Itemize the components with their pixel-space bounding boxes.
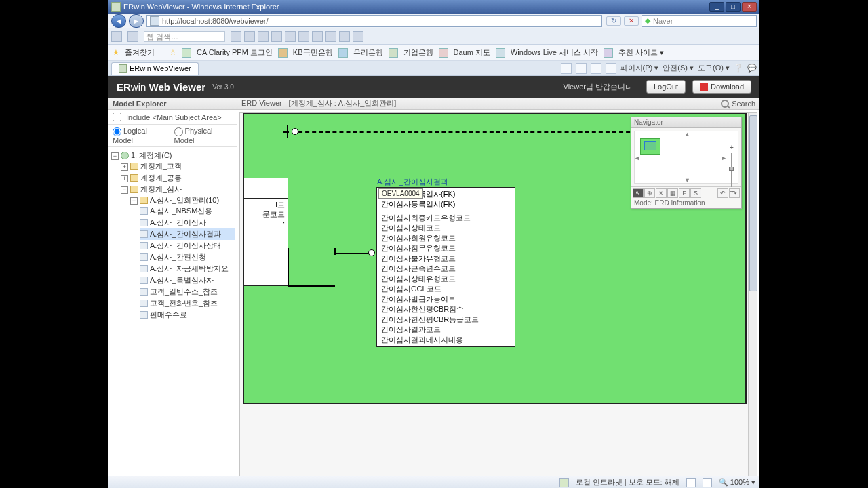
expand-icon[interactable]: +	[121, 163, 128, 171]
bookmark-item[interactable]: Daum 지도	[454, 47, 490, 58]
tree-label: A.심사_입회관리(10)	[150, 196, 219, 204]
print-icon[interactable]	[606, 63, 616, 74]
nav-tool-f[interactable]: F	[679, 188, 690, 198]
minimize-button[interactable]: _	[709, 2, 724, 12]
nav-tool-pointer[interactable]: ↖	[633, 188, 644, 198]
nav-up-icon[interactable]: ▲	[684, 131, 690, 138]
erd-viewport[interactable]: I드 문코드 :	[239, 112, 757, 488]
tool-icon[interactable]	[271, 31, 282, 42]
zoom-slider[interactable]: + −	[729, 146, 734, 194]
tree-leaf[interactable]: A.심사_NBSM신용	[140, 205, 235, 217]
tree-leaf[interactable]: A.심사_특별심사자	[140, 274, 235, 286]
entity-box-partial[interactable]: I드 문코드 :	[244, 178, 288, 286]
include-option[interactable]: Include <Main Subject Area>	[108, 110, 237, 125]
safety-menu[interactable]: 안전(S) ▾	[663, 63, 694, 73]
logical-radio[interactable]	[113, 127, 121, 136]
tool-icon[interactable]	[111, 31, 122, 42]
nav-right-icon[interactable]: ►	[721, 155, 727, 161]
model-tree[interactable]: −1. 계정계(C) +계정계_고객 +계정계_공통 −계정계_심사 −A.심사…	[108, 147, 237, 488]
dev-icon[interactable]: 💬	[747, 64, 757, 73]
collapse-icon[interactable]: −	[111, 152, 119, 160]
browser-tab[interactable]: ERwin WebViewer	[111, 62, 199, 75]
maximize-button[interactable]: □	[726, 2, 741, 12]
tree-item[interactable]: −계정계_심사 −A.심사_입회관리(10) A.심사_NBSM신용A.심사_간…	[121, 184, 235, 322]
tool-icon[interactable]	[298, 31, 309, 42]
physical-option[interactable]: Physical Model	[174, 127, 233, 144]
stop-button[interactable]: ✕	[624, 16, 639, 26]
logical-option[interactable]: Logical Model	[113, 127, 167, 144]
collapse-icon[interactable]: −	[121, 186, 128, 194]
tree-leaf[interactable]: 고객_일반주소_참조	[140, 286, 235, 298]
close-button[interactable]: ×	[742, 2, 757, 12]
tool-icon[interactable]	[312, 31, 323, 42]
tool-icon[interactable]	[326, 31, 336, 42]
tree-item[interactable]: +계정계_공통	[121, 172, 235, 184]
bookmark-item[interactable]: 기업은행	[403, 47, 433, 58]
status-icon[interactable]	[703, 478, 712, 487]
tree-leaf[interactable]: A.심사_간편신청	[140, 251, 235, 263]
slider-knob[interactable]	[729, 167, 734, 171]
tools-menu[interactable]: 도구(O) ▾	[698, 63, 730, 73]
minimap-viewport[interactable]	[644, 141, 656, 150]
tool-icon[interactable]	[258, 31, 269, 42]
nav-tool-undo[interactable]: ↶	[717, 188, 728, 198]
tool-search-input[interactable]: 웹 검색…	[144, 31, 225, 42]
address-bar[interactable]: http://localhost:8080/webviewer/	[146, 15, 602, 27]
nav-tool-s[interactable]: S	[690, 188, 701, 198]
home-icon[interactable]	[561, 63, 572, 74]
tool-icon[interactable]	[244, 31, 255, 42]
help-icon[interactable]: ❔	[734, 64, 743, 73]
erd-search-button[interactable]: Search	[721, 100, 755, 108]
tree-leaf[interactable]: A.심사_간이심사상태	[140, 240, 235, 251]
bookmark-item[interactable]: 우리은행	[353, 47, 383, 58]
navigator-map[interactable]: ▲ ▼ ◄ ► + −	[634, 131, 738, 184]
browser-search[interactable]: ◆ Naver	[642, 15, 757, 27]
zoom-out-icon[interactable]: −	[728, 189, 735, 195]
refresh-button[interactable]: ↻	[606, 16, 621, 26]
entity-box[interactable]: A.심사_간이심사결과 간이심사등록일자(FK) 간이심사등록일시(FK) 간이…	[376, 187, 515, 347]
tree-root[interactable]: −1. 계정계(C) +계정계_고객 +계정계_공통 −계정계_심사 −A.심사…	[111, 150, 235, 323]
tool-icon[interactable]	[353, 31, 363, 42]
navigator-window[interactable]: Navigator ▲ ▼ ◄ ► +	[631, 117, 742, 209]
nav-tool-fit[interactable]: ⤧	[656, 188, 667, 198]
tool-icon[interactable]	[339, 31, 350, 42]
nav-left-icon[interactable]: ◄	[634, 155, 640, 161]
tree-item[interactable]: +계정계_고객	[121, 161, 235, 172]
tree-leaf[interactable]: 판매수수료	[140, 309, 235, 321]
tree-leaf[interactable]: A.심사_간이심사	[140, 217, 235, 228]
tool-icon[interactable]	[285, 31, 296, 42]
bookmark-item[interactable]: CA Clarity PPM 로그인	[197, 47, 273, 58]
physical-radio[interactable]	[174, 127, 183, 136]
vertical-scrollbar[interactable]	[748, 113, 757, 487]
page-menu[interactable]: 페이지(P) ▾	[620, 63, 659, 73]
collapse-icon[interactable]: −	[130, 197, 138, 205]
zoom-in-icon[interactable]: +	[728, 145, 735, 151]
mail-icon[interactable]	[591, 63, 601, 74]
nav-fwd-button[interactable]: ►	[129, 14, 144, 28]
bookmark-item[interactable]: Windows Live 서비스 시작	[511, 47, 598, 58]
bookmark-item[interactable]: KB국민은행	[293, 47, 333, 58]
expand-icon[interactable]: +	[121, 175, 128, 182]
zoom-level[interactable]: 🔍 100% ▾	[719, 478, 755, 487]
scrollbar-thumb[interactable]	[749, 115, 757, 291]
logout-button[interactable]: LogOut	[646, 80, 686, 94]
tree-leaf[interactable]: A.심사_간이심사결과	[140, 228, 235, 240]
nav-back-button[interactable]: ◄	[111, 14, 126, 28]
tree-leaf[interactable]: 고객_전화번호_참조	[140, 298, 235, 309]
tool-icon[interactable]	[231, 31, 241, 42]
nav-down-icon[interactable]: ▼	[684, 177, 690, 184]
favorites-label[interactable]: 즐겨찾기	[125, 47, 155, 58]
erd-header-bar: ERD Viewer - [계정계_심사 : A.심사_입회관리] Search	[237, 98, 760, 110]
tool-icon[interactable]	[127, 31, 138, 42]
nav-tool-grid[interactable]: ▦	[667, 188, 678, 198]
doc-icon	[140, 288, 148, 296]
tree-leaf[interactable]: A.심사_자금세탁방지요	[140, 263, 235, 274]
download-button[interactable]: Download	[692, 80, 751, 94]
favorites-star-icon[interactable]: ★	[113, 48, 119, 57]
include-checkbox[interactable]	[113, 113, 121, 121]
status-icon[interactable]	[686, 478, 696, 487]
nav-tool-pan[interactable]: ⊕	[644, 188, 655, 198]
tree-sa-item[interactable]: −A.심사_입회관리(10) A.심사_NBSM신용A.심사_간이심사A.심사_…	[130, 195, 235, 321]
bookmark-item[interactable]: 추천 사이트 ▾	[618, 47, 664, 58]
feeds-icon[interactable]	[576, 63, 587, 74]
